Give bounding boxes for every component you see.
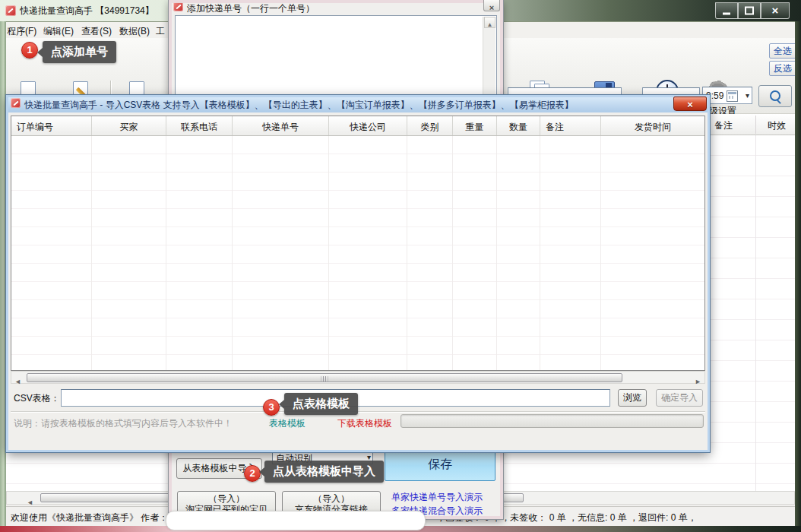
main-col-remark: 备注 — [714, 119, 733, 132]
col-tracking-no: 快递单号 — [233, 116, 329, 135]
minimize-icon — [723, 13, 730, 15]
desktop: { "window": { "title": "快递批量查询高手 【349917… — [0, 0, 801, 532]
col-courier: 快递公司 — [329, 116, 407, 135]
menu-program[interactable]: 程序(F) — [5, 24, 39, 39]
body-col — [601, 136, 704, 370]
maximize-button[interactable] — [738, 2, 761, 19]
body-col — [233, 136, 329, 370]
col-order-id: 订单编号 — [11, 116, 92, 135]
csv-hscroll-thumb[interactable] — [27, 373, 622, 382]
search-button[interactable] — [758, 85, 792, 107]
step3-tooltip: 点表格模板 — [284, 393, 358, 415]
body-col — [92, 136, 166, 370]
body-col — [166, 136, 233, 370]
minimize-button[interactable] — [715, 2, 738, 19]
body-col — [540, 136, 601, 370]
main-col-timeliness: 时效 — [768, 119, 786, 132]
csv-import-dialog: 快递批量查询高手 - 导入CSV表格 支持导入【表格模板】、【导出的主表】、【淘… — [6, 95, 710, 452]
note-text: 说明：请按表格模板的格式填写内容后导入本软件中！ — [14, 417, 233, 430]
scroll-up-button[interactable] — [484, 17, 495, 28]
body-col — [329, 136, 407, 370]
col-ship-time: 发货时间 — [601, 116, 704, 135]
status-welcome-text: 欢迎使用《快递批量查询高手》 作者： — [11, 511, 168, 524]
menu-data[interactable]: 数据(B) — [117, 24, 152, 39]
body-col — [407, 136, 453, 370]
select-all-button[interactable]: 全选 — [769, 43, 796, 59]
step2-tooltip: 点从表格模板中导入 — [264, 461, 384, 483]
time-dropdown-icon[interactable] — [746, 90, 749, 100]
scroll-grip-icon — [321, 376, 328, 382]
import-taobao-line1: （导入） — [178, 493, 275, 504]
col-remark: 备注 — [540, 116, 601, 135]
column-separator — [755, 116, 756, 134]
add-dialog-close-icon[interactable] — [483, 0, 500, 11]
calendar-icon — [727, 90, 738, 102]
confirm-import-button[interactable]: 确定导入 — [656, 389, 703, 407]
window-border-right — [795, 21, 801, 526]
progress-bar — [400, 414, 704, 428]
step3-badge: 3 — [263, 399, 280, 416]
menu-edit[interactable]: 编辑(E) — [41, 24, 76, 39]
magnifier-icon — [770, 90, 780, 101]
maximize-icon — [745, 7, 754, 15]
browse-button[interactable]: 浏览 — [618, 389, 647, 407]
csv-table-header-row: 订单编号 买家 联系电话 快递单号 快递公司 类别 重量 数量 备注 发货时间 — [11, 116, 704, 136]
csv-dialog-titlebar[interactable]: 快递批量查询高手 - 导入CSV表格 支持导入【表格模板】、【导出的主表】、【淘… — [6, 95, 710, 112]
csv-file-label: CSV表格： — [14, 392, 60, 405]
template-link[interactable]: 表格模板 — [269, 417, 306, 430]
scroll-right-icon[interactable] — [695, 373, 701, 387]
import-jd-line1: （导入） — [283, 493, 380, 504]
step1-tooltip: 点添加单号 — [43, 41, 116, 63]
col-phone: 联系电话 — [166, 116, 233, 135]
invert-select-button[interactable]: 反选 — [769, 61, 796, 76]
window-border-left — [0, 21, 6, 526]
column-gridline — [755, 135, 756, 491]
step1-badge: 1 — [21, 42, 38, 59]
body-col — [11, 136, 92, 370]
app-logo-icon — [5, 5, 16, 16]
menu-tools[interactable]: 工 — [154, 24, 167, 39]
step2-badge: 2 — [244, 465, 261, 482]
csv-dialog-close-icon[interactable] — [673, 97, 707, 111]
close-button[interactable]: × — [761, 2, 790, 19]
scroll-left-icon[interactable] — [14, 373, 21, 387]
add-dialog-icon — [173, 2, 183, 11]
main-window-title: 快递批量查询高手 【34991734】 — [20, 5, 154, 17]
body-col — [453, 136, 497, 370]
author-blur-overlay — [166, 511, 426, 530]
close-icon: × — [772, 7, 779, 14]
csv-dialog-title: 快递批量查询高手 - 导入CSV表格 支持导入【表格模板】、【导出的主表】、【淘… — [24, 99, 574, 112]
csv-table-body — [11, 136, 704, 370]
col-weight: 重量 — [453, 116, 497, 135]
demo-single-link[interactable]: 单家快递单号导入演示 — [391, 491, 483, 504]
col-buyer: 买家 — [92, 116, 166, 135]
csv-preview-table: 订单编号 买家 联系电话 快递单号 快递公司 类别 重量 数量 备注 发货时间 — [11, 116, 705, 371]
csv-dialog-icon — [11, 98, 21, 108]
col-quantity: 数量 — [497, 116, 540, 135]
scroll-up-icon — [487, 16, 493, 29]
body-col — [497, 136, 540, 370]
menu-view[interactable]: 查看(S) — [79, 24, 114, 39]
csv-hscrollbar[interactable] — [11, 371, 705, 384]
col-category: 类别 — [407, 116, 453, 135]
divider — [11, 411, 705, 413]
add-dialog-title: 添加快递单号（一行一个单号） — [187, 2, 315, 15]
download-template-link[interactable]: 下载表格模板 — [337, 417, 392, 430]
